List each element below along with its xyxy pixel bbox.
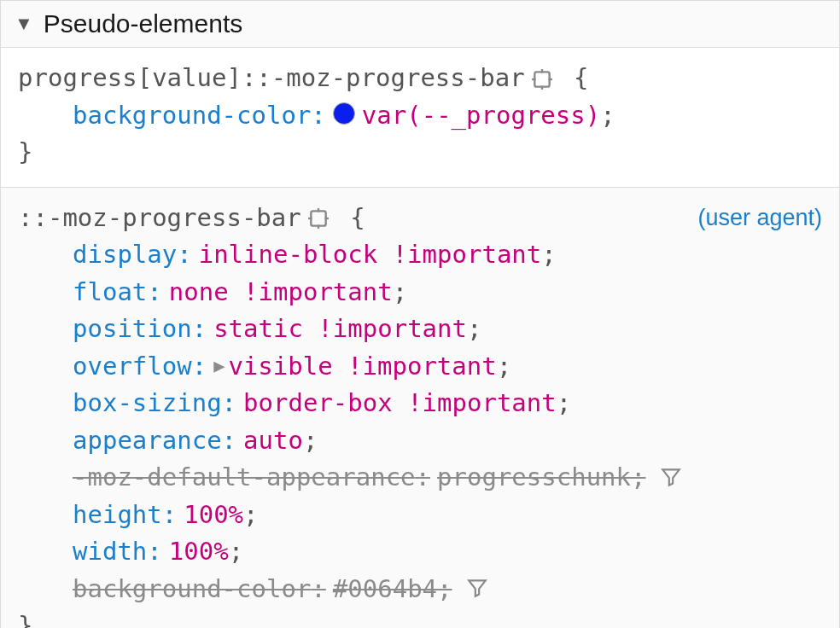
pseudo-elements-section-header[interactable]: ▼ Pseudo-elements <box>1 1 839 48</box>
filter-icon[interactable] <box>660 466 684 490</box>
css-value: #0064b4 <box>333 571 437 608</box>
css-declaration[interactable]: height: 100%; <box>18 497 822 534</box>
css-rule: ::-moz-progress-bar { (user agent) displ… <box>1 188 839 629</box>
css-selector[interactable]: ::-moz-progress-bar <box>18 200 301 237</box>
css-value: 100% <box>184 497 243 534</box>
css-declaration[interactable]: float: none !important; <box>18 274 822 311</box>
css-property: overflow <box>73 348 192 386</box>
selector-line: ::-moz-progress-bar { (user agent) <box>18 200 822 237</box>
css-property: background-color <box>73 571 311 608</box>
css-value: static !important <box>213 311 467 348</box>
css-declaration[interactable]: overflow: ▶ visible !important; <box>18 348 822 386</box>
css-value: inline-block !important <box>199 236 542 274</box>
collapse-triangle-icon[interactable]: ▼ <box>15 15 33 33</box>
css-declaration[interactable]: width: 100%; <box>18 533 822 571</box>
css-property: -moz-default-appearance <box>73 459 416 497</box>
css-rule: progress[value]::-moz-progress-bar { bac… <box>1 48 839 188</box>
css-value[interactable]: var(--_progress) <box>362 97 600 135</box>
css-value: visible !important <box>228 348 496 386</box>
css-property: box-sizing <box>73 385 222 422</box>
close-brace: } <box>18 134 822 172</box>
close-brace: } <box>18 608 822 628</box>
css-selector[interactable]: progress[value]::-moz-progress-bar <box>18 60 525 97</box>
css-declaration[interactable]: position: static !important; <box>18 311 822 348</box>
css-value: none !important <box>169 274 393 311</box>
css-property: position <box>73 311 192 348</box>
css-property: float <box>73 274 147 311</box>
svg-rect-5 <box>311 212 325 226</box>
svg-rect-0 <box>534 72 549 86</box>
css-declaration[interactable]: display: inline-block !important; <box>18 236 822 274</box>
rule-source-label[interactable]: (user agent) <box>697 201 822 236</box>
highlight-element-icon[interactable] <box>306 206 330 230</box>
css-value: auto <box>243 422 303 460</box>
css-declaration[interactable]: -moz-default-appearance: progresschunk; <box>18 459 822 497</box>
css-property[interactable]: background-color <box>73 97 311 135</box>
styles-panel: ▼ Pseudo-elements progress[value]::-moz-… <box>0 0 840 628</box>
css-declaration[interactable]: background-color: var(--_progress); <box>18 97 822 135</box>
filter-icon[interactable] <box>466 577 490 601</box>
css-property: appearance <box>73 422 222 460</box>
shorthand-expander-icon[interactable]: ▶ <box>213 357 225 375</box>
section-title: Pseudo-elements <box>44 9 242 38</box>
open-brace: { <box>335 200 365 237</box>
css-declaration[interactable]: box-sizing: border-box !important; <box>18 385 822 422</box>
css-declaration[interactable]: appearance: auto; <box>18 422 822 460</box>
css-declaration[interactable]: background-color: #0064b4; <box>18 571 822 608</box>
css-property: width <box>73 533 147 571</box>
color-swatch[interactable] <box>333 102 355 125</box>
css-property: display <box>73 236 177 274</box>
css-value: border-box !important <box>243 385 557 422</box>
highlight-element-icon[interactable] <box>530 67 554 91</box>
open-brace: { <box>559 60 589 97</box>
css-value: progresschunk <box>437 459 631 497</box>
selector-line: progress[value]::-moz-progress-bar { <box>18 60 822 97</box>
css-property: height <box>73 497 162 534</box>
css-value: 100% <box>169 533 229 571</box>
